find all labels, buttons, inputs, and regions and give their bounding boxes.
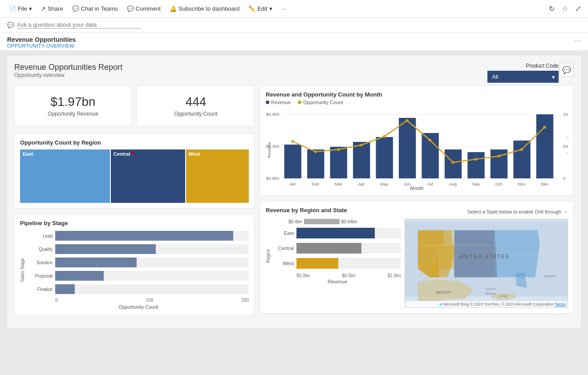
- report-comment-button[interactable]: 💬: [560, 63, 574, 77]
- file-label: File: [18, 5, 27, 12]
- legend-opportunity: Opportunity Count: [298, 100, 343, 105]
- month-chart-legend: Revenue Opportunity Count: [266, 100, 568, 105]
- svg-point-26: [360, 144, 363, 146]
- region-central-bar[interactable]: Central: [111, 149, 185, 203]
- file-chevron: ▾: [29, 5, 32, 12]
- svg-point-30: [451, 161, 454, 164]
- toolbar: 📄 File ▾ ↗ Share 💬 Chat in Teams 💬 Comme…: [0, 0, 588, 18]
- month-chart-card: Revenue and Opportunity Count by Month R…: [260, 85, 574, 196]
- svg-point-29: [429, 139, 432, 141]
- month-chart-svg: $0.4bn $0.2bn $0.0bn 100 50 0 Opportunit…: [266, 108, 568, 190]
- region-west-row[interactable]: West: [274, 258, 401, 269]
- subscribe-icon: 🔔: [170, 5, 177, 12]
- subscribe-button[interactable]: 🔔 Subscribe to dashboard: [166, 4, 243, 14]
- ask-input[interactable]: [17, 21, 142, 28]
- svg-point-28: [406, 119, 409, 122]
- svg-rect-11: [284, 145, 301, 178]
- region-west-bar[interactable]: West: [186, 149, 249, 203]
- svg-point-27: [383, 135, 386, 138]
- month-chart-title: Revenue and Opportunity Count by Month: [266, 91, 568, 98]
- svg-point-32: [497, 155, 500, 157]
- filter-label: Product Code: [487, 63, 559, 69]
- chat-label: Chat in Teams: [81, 5, 118, 12]
- pipeline-bar-lead[interactable]: Lead: [28, 231, 249, 241]
- comment-label: Comment: [136, 5, 161, 12]
- pipeline-solution-label: Solution: [28, 260, 53, 265]
- svg-text:Opportunity Count: Opportunity Count: [567, 134, 568, 166]
- pipeline-bar-proposal[interactable]: Proposal: [28, 271, 249, 281]
- us-map[interactable]: UNITED STATES Gulf of Mexico Sargasso ME…: [405, 219, 568, 308]
- region-east-bar[interactable]: East: [20, 149, 110, 203]
- legend-revenue: Revenue: [266, 100, 291, 105]
- region-chart-title: Opportunity Count by Region: [20, 139, 249, 146]
- share-label: Share: [48, 5, 63, 12]
- svg-text:MEXICO: MEXICO: [436, 290, 451, 294]
- svg-point-33: [520, 148, 523, 151]
- count-label: Opportunity Count: [148, 111, 243, 117]
- count-kpi-card: 444 Opportunity Count: [137, 85, 255, 126]
- svg-text:Apr: Apr: [358, 181, 365, 186]
- svg-text:$0.4bn: $0.4bn: [266, 112, 280, 116]
- file-menu[interactable]: 📄 File ▾: [5, 4, 36, 14]
- pipeline-bar-finalize[interactable]: Finalize: [28, 284, 249, 294]
- svg-text:Sep: Sep: [472, 181, 480, 186]
- map-terms-link[interactable]: Terms: [555, 302, 566, 306]
- region-revenue-title: Revenue by Region and State: [266, 207, 347, 214]
- ask-icon: 💬: [7, 22, 14, 28]
- region-central-row[interactable]: Central: [274, 243, 401, 254]
- region-rev-bars-area: Region East Central: [266, 228, 401, 284]
- refresh-icon[interactable]: ↻: [547, 3, 556, 15]
- region-bar-chart: $0.4bn $0.84bn Region East: [266, 219, 401, 308]
- svg-text:Mexico: Mexico: [485, 291, 496, 295]
- revenue-value: $1.97bn: [25, 95, 121, 109]
- region-central-rev-fill: [296, 243, 361, 254]
- legend-revenue-label: Revenue: [271, 100, 291, 105]
- pipeline-chart-area: Sales Stage Lead Qualify: [20, 231, 249, 310]
- svg-text:Sargasso: Sargasso: [544, 274, 557, 278]
- bookmark-icon[interactable]: ☆: [560, 3, 570, 15]
- page-options-button[interactable]: ···: [574, 36, 581, 45]
- pipeline-chart-card: Pipeline by Stage Sales Stage Lead: [14, 214, 255, 315]
- svg-text:Dec: Dec: [541, 181, 549, 186]
- report-comment-icon: 💬: [562, 66, 571, 74]
- region-east-row[interactable]: East: [274, 228, 401, 238]
- map-footer: ⊞ Microsoft Bing © 2023 TomTom, © 2023 M…: [405, 301, 568, 307]
- toolbar-right: ↻ ☆ ⤢: [547, 3, 583, 15]
- product-code-select[interactable]: All: [487, 71, 559, 83]
- region-treemap[interactable]: East Central West: [20, 149, 249, 203]
- kpi-row: $1.97bn Opportunity Revenue 444 Opportun…: [14, 85, 255, 126]
- legend-opportunity-label: Opportunity Count: [303, 100, 343, 105]
- pipeline-title: Pipeline by Stage: [20, 220, 249, 226]
- svg-text:Nov: Nov: [518, 181, 526, 186]
- pipeline-qualify-bg: [55, 244, 249, 254]
- region-west-rev-bg: [296, 258, 401, 269]
- revenue-label: Opportunity Revenue: [25, 111, 121, 117]
- region-central-rev-label: Central: [274, 246, 294, 251]
- more-options-button[interactable]: ···: [278, 4, 290, 14]
- region-count-chart: Opportunity Count by Region East Central…: [14, 133, 255, 209]
- share-button[interactable]: ↗ Share: [37, 4, 67, 14]
- pipeline-y-axis-label: Sales Stage: [20, 231, 26, 310]
- range-start: $0.4bn: [288, 219, 302, 224]
- svg-point-31: [474, 158, 478, 161]
- product-code-filter: Product Code All ▾: [487, 63, 559, 83]
- fullscreen-icon[interactable]: ⤢: [573, 3, 583, 15]
- pipeline-x-axis-label: Opportunity Count: [28, 304, 249, 310]
- dashboard: 💬 Revenue Opportunities Report Opportuni…: [0, 50, 588, 375]
- pipeline-bar-solution[interactable]: Solution: [28, 258, 249, 267]
- region-east-rev-label: East: [274, 230, 294, 236]
- edit-button[interactable]: ✏️ Edit ▾: [245, 4, 276, 14]
- ask-bar: 💬: [0, 18, 588, 32]
- pipeline-proposal-bg: [55, 271, 249, 281]
- region-east-rev-fill: [296, 228, 375, 238]
- drill-through-text: Select a State below to enable Drill thr…: [467, 209, 561, 214]
- pipeline-bar-qualify[interactable]: Qualify: [28, 244, 249, 254]
- legend-opportunity-dot: [298, 101, 301, 104]
- chat-teams-button[interactable]: 💬 Chat in Teams: [69, 4, 122, 14]
- svg-rect-18: [445, 149, 462, 178]
- teams-icon: 💬: [72, 5, 79, 12]
- pipeline-x-axis: 0 100 200: [28, 298, 249, 302]
- region-rev-x-axis: $0.0bn $0.5bn $1.0bn: [274, 273, 401, 278]
- filter-select-wrapper: All ▾: [487, 71, 559, 83]
- comment-button[interactable]: 💬 Comment: [123, 4, 164, 14]
